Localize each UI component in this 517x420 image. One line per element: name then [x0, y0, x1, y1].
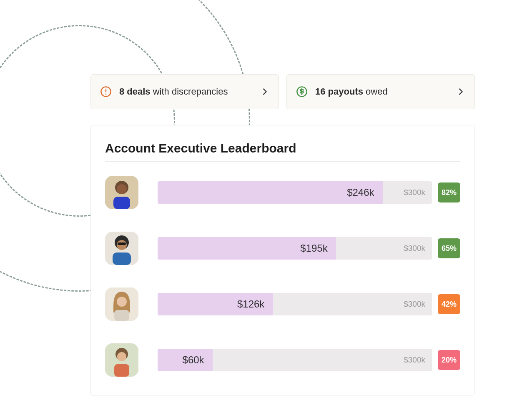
pct-badge: 20% — [438, 350, 460, 370]
leaderboard-rows: $246k $300k 82% $195k $300k 65% — [105, 176, 460, 377]
avatar — [105, 343, 138, 377]
svg-rect-12 — [113, 252, 131, 265]
bar-track: $126k $300k — [158, 293, 432, 315]
alerts-row: 8 deals with discrepancies 16 payouts ow… — [90, 74, 475, 109]
bar-fill: $60k — [158, 349, 213, 371]
alert-icon — [100, 86, 112, 98]
bar-fill: $126k — [158, 293, 273, 315]
bar-wrap: $126k $300k 42% — [158, 293, 460, 315]
svg-point-2 — [105, 93, 107, 95]
deals-discrepancies-text: 8 deals with discrepancies — [119, 86, 253, 97]
bar-value: $246k — [347, 187, 374, 198]
svg-rect-7 — [113, 197, 130, 209]
panel-title: Account Executive Leaderboard — [105, 141, 460, 155]
bar-value: $60k — [183, 354, 204, 366]
payouts-owed-text: 16 payouts owed — [315, 86, 449, 97]
payouts-owed-card[interactable]: 16 payouts owed — [286, 74, 475, 109]
bar-target: $300k — [404, 355, 425, 365]
avatar — [105, 288, 138, 321]
panel-divider — [105, 161, 460, 162]
dollar-icon — [296, 86, 308, 98]
leaderboard-panel: Account Executive Leaderboard $246k $300… — [90, 125, 475, 395]
leaderboard-row: $195k $300k 65% — [105, 232, 460, 265]
bar-target: $300k — [404, 300, 425, 309]
chevron-right-icon — [260, 87, 269, 96]
svg-rect-19 — [114, 364, 129, 377]
chevron-right-icon — [456, 87, 465, 96]
svg-point-18 — [117, 352, 126, 361]
leaderboard-row: $60k $300k 20% — [105, 343, 460, 377]
leaderboard-row: $126k $300k 42% — [105, 288, 460, 321]
svg-rect-15 — [114, 310, 129, 321]
bar-target: $300k — [404, 188, 425, 197]
bar-target: $300k — [404, 244, 425, 253]
pct-badge: 42% — [438, 294, 460, 314]
svg-point-14 — [117, 297, 127, 307]
svg-point-6 — [117, 184, 127, 194]
payouts-count: 16 payouts — [315, 86, 363, 97]
pct-badge: 82% — [438, 182, 460, 202]
deals-discrepancies-card[interactable]: 8 deals with discrepancies — [90, 74, 279, 109]
deals-rest: with discrepancies — [151, 86, 228, 97]
bar-value: $195k — [300, 242, 327, 254]
avatar — [105, 232, 138, 265]
svg-rect-11 — [118, 242, 126, 245]
leaderboard-row: $246k $300k 82% — [105, 176, 460, 209]
bar-track: $60k $300k — [158, 349, 432, 371]
bar-track: $246k $300k — [158, 181, 432, 204]
bar-fill: $246k — [158, 181, 383, 204]
payouts-rest: owed — [363, 86, 388, 97]
deals-count: 8 deals — [119, 86, 151, 97]
bar-track: $195k $300k — [158, 237, 432, 260]
avatar — [105, 176, 138, 209]
bar-wrap: $60k $300k 20% — [158, 349, 460, 371]
bar-value: $126k — [237, 298, 264, 310]
bar-wrap: $246k $300k 82% — [158, 181, 460, 204]
pct-badge: 65% — [438, 238, 460, 258]
bar-wrap: $195k $300k 65% — [158, 237, 460, 260]
bar-fill: $195k — [158, 237, 336, 260]
